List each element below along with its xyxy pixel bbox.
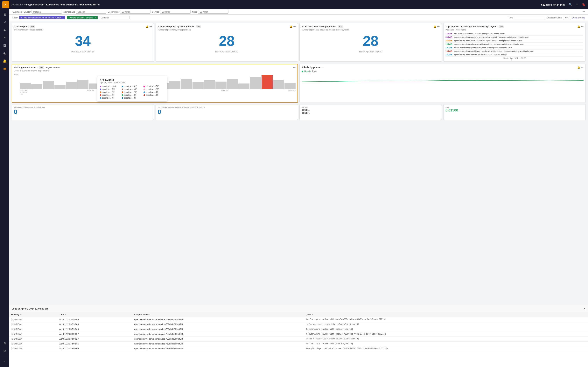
sidebar-item-alerts[interactable]: 🔔	[1, 58, 8, 65]
table-row[interactable]: UNKNOWN Apr 01 12:03:59.883 opentelemetr…	[9, 322, 588, 327]
tooltip-dot	[100, 92, 101, 93]
sidebar-item-integrations[interactable]: ⊕	[1, 340, 8, 347]
memory-size: 198MiB	[445, 43, 454, 45]
logs-scroll-area[interactable]: Severity ⇕ Time ⇕ k8s.pod.name ⇕ _raw ⇕ …	[9, 312, 588, 364]
service-input[interactable]	[160, 10, 190, 14]
bell-icon[interactable]: 🔔	[577, 66, 580, 69]
more-icon[interactable]: •••	[293, 25, 296, 28]
more-icon[interactable]: •••	[149, 25, 152, 28]
event-overlay-button[interactable]: Event overlay	[572, 17, 585, 19]
active-pods-subtitle: This may include "pause" containe	[14, 29, 152, 31]
partial-panel-4: Rate 0.01500	[443, 104, 586, 120]
time-input[interactable]	[515, 16, 545, 19]
severity-bar	[11, 318, 11, 321]
more-options-icon[interactable]: •••	[582, 10, 585, 13]
pod-name-cell: opentelemetry-demo-cartservice-789db8d86…	[133, 327, 305, 332]
tooltip-dot	[100, 89, 101, 90]
table-row[interactable]: UNKNOWN Apr 01 12:03:59.883 opentelemetr…	[9, 317, 588, 322]
cluster-input[interactable]	[32, 10, 62, 14]
pods-by-phase-panel: # Pods by phase ... 🔔 ••• 34 pods Runn	[299, 64, 586, 103]
severity-bar	[11, 342, 11, 345]
bar-highlight[interactable]	[261, 75, 273, 89]
tooltip-item: opentele... (6)	[100, 94, 121, 96]
node-input[interactable]	[198, 10, 228, 14]
more-icon[interactable]: •••	[293, 66, 295, 69]
bar	[181, 79, 192, 89]
partial-title-3: Memory	[302, 106, 440, 108]
info-icon: ℹ	[37, 67, 37, 69]
logs-close-button[interactable]: ✕	[583, 307, 586, 310]
sidebar-item-list[interactable]: ≡	[1, 34, 8, 41]
desired-pods-value: 28	[302, 32, 440, 50]
table-row[interactable]: UNKNOWN Apr 01 12:03:59.627 opentelemetr…	[9, 332, 588, 337]
logs-modal-title: Logs at Apr 01, 2024 12:03:30 pm	[12, 307, 48, 310]
tooltip-dot	[144, 89, 145, 90]
raw-cell: GetCartAsync called with userId=730dfb3e…	[305, 332, 588, 337]
sidebar-item-apm[interactable]: ◉	[1, 50, 8, 57]
tooltip-item: opentele... (48)	[122, 88, 143, 90]
tooltip-pod-name: opentele... (48)	[124, 88, 137, 90]
severity-cell: UNKNOWN	[9, 337, 58, 342]
memory-row: 644MiB opentelemetry-demo-loadgenerator-…	[445, 35, 584, 39]
bell-icon[interactable]: 🔔	[290, 25, 293, 28]
table-row[interactable]: UNKNOWN Apr 01 12:03:59.569 opentelemetr…	[9, 346, 588, 351]
remove-cluster-filter[interactable]: ✕	[62, 16, 64, 19]
table-row[interactable]: UNKNOWN Apr 01 12:03:59.869 opentelemetr…	[9, 327, 588, 332]
tooltip-item: opentele... (61)	[122, 85, 143, 87]
partial-value-4: 0.01500	[445, 108, 584, 112]
deployment-override: Deployment	[108, 10, 150, 14]
remove-location-filter[interactable]: ✕	[94, 16, 96, 19]
col-severity[interactable]: Severity ⇕	[9, 312, 58, 317]
memory-size: 158MiB	[445, 50, 454, 52]
table-row[interactable]: UNKNOWN Apr 01 12:03:59.627 opentelemetr…	[9, 337, 588, 342]
col-raw[interactable]: _raw ⇕	[305, 312, 588, 317]
partial-title-4: Rate	[445, 106, 584, 108]
more-icon[interactable]: •••	[437, 25, 440, 28]
bar	[192, 82, 204, 89]
bar	[43, 81, 54, 89]
bar	[204, 80, 215, 89]
sidebar-item-logs[interactable]: ☲	[1, 42, 8, 49]
namespace-input[interactable]	[76, 10, 106, 14]
col-time[interactable]: Time ⇕	[58, 312, 133, 317]
chart-resolution-control[interactable]: ⊞ ▾	[563, 16, 570, 19]
severity-bar	[11, 338, 11, 340]
raw-cell: GetCartAsync called with userId={userId}	[305, 327, 588, 332]
sidebar-item-topology[interactable]: ◈	[1, 26, 8, 33]
active-pods-badge: 10s	[30, 25, 35, 28]
bell-icon[interactable]: 🔔	[146, 25, 148, 28]
filter-tag-cluster[interactable]: 🏷 k8s.cluster.name:ocm-9b8c-k3s-cluster …	[19, 16, 65, 19]
memory-name: opentelemetry-demo-loadgenerator-74584b9…	[454, 36, 584, 38]
bell-icon[interactable]: 🔔	[577, 25, 580, 28]
filter-tag-location[interactable]: 🏷 store.location:Ferndale ✕	[67, 16, 98, 19]
bookmark-icon[interactable]: 🔖	[582, 3, 586, 7]
severity-cell: UNKNOWN	[9, 317, 58, 322]
memory-name: opentelemetry-demo-frontend-78f4cd6d65-p…	[454, 54, 584, 56]
tooltip-pod-name: opentele... (6)	[102, 94, 114, 96]
sidebar-item-home[interactable]: ⊞	[1, 11, 8, 18]
severity-cell: UNKNOWN	[9, 327, 58, 332]
active-pods-timestamp: Mon 01 Apr 2024 12:06:30	[14, 51, 152, 53]
sidebar-item-activity[interactable]: ↗	[1, 19, 8, 26]
more-icon[interactable]: •••	[581, 66, 584, 69]
table-row[interactable]: UNKNOWN Apr 01 12:03:59.585 opentelemetr…	[9, 342, 588, 346]
pod-log-events-badge: 30s	[39, 67, 44, 69]
sidebar-item-dashboards[interactable]: ▦	[1, 65, 8, 72]
top10-memory-icons: 🔔 •••	[577, 25, 584, 28]
sidebar-item-settings[interactable]: ⚙	[1, 347, 8, 354]
tooltip-item: opentele... (10)	[122, 91, 143, 93]
splunk-logo[interactable]: >_	[2, 1, 9, 8]
search-icon[interactable]: 🔍	[569, 3, 572, 7]
pods-by-phase-header: # Pods by phase ... 🔔 •••	[302, 66, 584, 69]
severity-bar	[11, 333, 11, 335]
more-icon[interactable]: •••	[581, 25, 584, 28]
deployment-input[interactable]	[120, 10, 150, 14]
filter-input[interactable]	[99, 16, 130, 19]
col-pod-name[interactable]: k8s.pod.name ⇕	[133, 312, 305, 317]
time-label: Time	[509, 17, 513, 19]
sidebar-item-expand[interactable]: »	[1, 358, 8, 365]
bell-icon[interactable]: 🔔	[433, 25, 436, 28]
add-icon[interactable]: ＋	[576, 3, 579, 7]
severity-bar	[11, 347, 11, 350]
available-pods-timestamp: Mon 01 Apr 2024 12:06:40	[158, 51, 296, 53]
